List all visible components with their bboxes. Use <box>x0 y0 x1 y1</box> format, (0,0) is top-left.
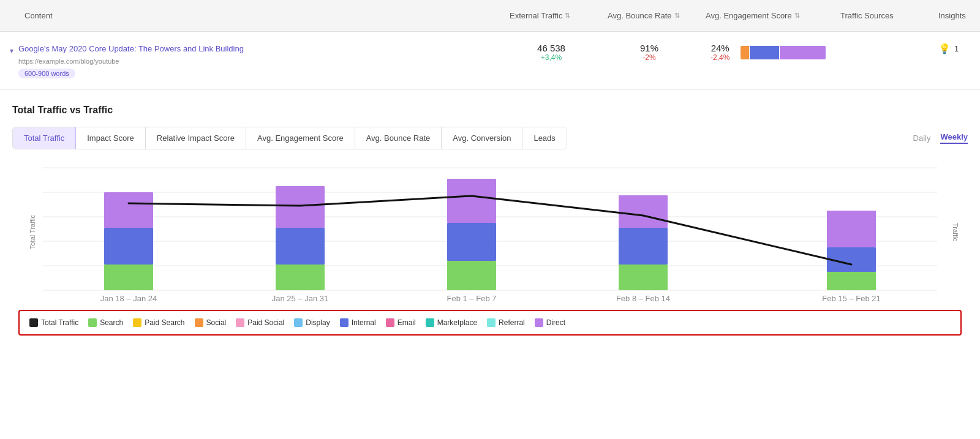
legend-item-direct: Direct <box>535 318 565 327</box>
chart-svg: 18K 15K 12K 9K 6K 16K 12K 8K 4K 0 <box>43 162 937 302</box>
legend-swatch-email <box>386 318 394 327</box>
svg-rect-18 <box>104 192 153 228</box>
th-engagement[interactable]: Avg. Engagement Score ⇅ <box>698 0 833 31</box>
svg-rect-16 <box>104 265 153 290</box>
sort-icon: ⇅ <box>794 12 800 20</box>
period-weekly[interactable]: Weekly <box>940 132 968 144</box>
table-row: ▾ Google's May 2020 Core Update: The Pow… <box>0 32 980 90</box>
th-external-traffic[interactable]: External Traffic ⇅ <box>502 0 600 31</box>
table-header: Content External Traffic ⇅ Avg. Bounce R… <box>0 0 980 32</box>
legend-item-display: Display <box>294 318 330 327</box>
legend-swatch-paid-search <box>133 318 141 327</box>
traffic-bar <box>741 46 826 59</box>
svg-rect-19 <box>276 265 325 290</box>
svg-rect-26 <box>619 228 668 265</box>
th-insights: Insights <box>931 0 980 31</box>
legend-item-internal: Internal <box>340 318 376 327</box>
tab-engagement-score[interactable]: Avg. Engagement Score <box>246 127 355 149</box>
chart-title: Total Traffic vs Traffic <box>12 105 968 116</box>
chart-section: Total Traffic vs Traffic Total Traffic I… <box>0 90 980 336</box>
y-axis-right-label: Traffic <box>952 223 959 241</box>
insights-count: 1 <box>954 44 959 53</box>
traffic-change: +3,4% <box>510 53 593 62</box>
content-url: https://example.com/blog/youtube <box>18 58 244 65</box>
svg-rect-21 <box>276 186 325 228</box>
legend-items: Total Traffic Search Paid Search Social … <box>29 318 951 327</box>
legend-swatch-direct <box>535 318 543 327</box>
bounce-change: -2% <box>608 53 691 62</box>
svg-rect-22 <box>447 261 496 290</box>
tab-conversion[interactable]: Avg. Conversion <box>442 127 522 149</box>
svg-rect-23 <box>447 223 496 261</box>
engagement-cell: 24% -2,4% <box>698 38 833 67</box>
legend-swatch-referral <box>487 318 496 327</box>
svg-text:Jan 25 – Jan 31: Jan 25 – Jan 31 <box>272 294 329 302</box>
svg-text:Feb 15 – Feb 21: Feb 15 – Feb 21 <box>822 294 880 302</box>
tab-relative-impact[interactable]: Relative Impact Score <box>146 127 246 149</box>
content-title[interactable]: Google's May 2020 Core Update: The Power… <box>18 43 244 55</box>
svg-rect-28 <box>827 272 876 290</box>
legend-swatch-total-traffic <box>29 318 38 327</box>
engagement-change: -2,4% <box>710 53 729 62</box>
period-daily[interactable]: Daily <box>913 133 931 143</box>
legend-swatch-display <box>294 318 303 327</box>
svg-text:Jan 18 – Jan 24: Jan 18 – Jan 24 <box>100 294 157 302</box>
svg-rect-27 <box>619 195 668 228</box>
svg-text:Feb 8 – Feb 14: Feb 8 – Feb 14 <box>616 294 670 302</box>
chart-container: Total Traffic Traffic 18K 15K 12K 9K 6K … <box>43 162 937 302</box>
legend-item-email: Email <box>386 318 416 327</box>
legend-item-total-traffic: Total Traffic <box>29 318 78 327</box>
sort-icon: ⇅ <box>565 12 570 20</box>
legend-item-social: Social <box>195 318 227 327</box>
svg-rect-25 <box>619 265 668 290</box>
y-axis-left-label: Total Traffic <box>29 214 36 249</box>
svg-rect-20 <box>276 228 325 265</box>
sort-icon: ⇅ <box>674 12 680 20</box>
svg-text:Feb 1 – Feb 7: Feb 1 – Feb 7 <box>447 294 497 302</box>
content-badge: 600-900 words <box>18 69 75 78</box>
svg-rect-24 <box>447 179 496 223</box>
content-cell: Google's May 2020 Core Update: The Power… <box>18 38 251 83</box>
tab-leads[interactable]: Leads <box>522 127 566 149</box>
legend-swatch-social <box>195 318 203 327</box>
period-selector: Daily Weekly <box>913 132 968 144</box>
external-traffic-value: 46 538 <box>510 43 593 53</box>
svg-rect-17 <box>104 228 153 265</box>
th-bounce-rate[interactable]: Avg. Bounce Rate ⇅ <box>600 0 698 31</box>
engagement-value: 24% <box>710 43 729 53</box>
bulb-icon: 💡 <box>938 43 951 54</box>
legend-swatch-paid-social <box>236 318 244 327</box>
tab-bounce-rate[interactable]: Avg. Bounce Rate <box>355 127 442 149</box>
tab-impact-score[interactable]: Impact Score <box>76 127 146 149</box>
legend-item-search: Search <box>88 318 123 327</box>
th-traffic-sources: Traffic Sources <box>833 0 931 31</box>
bounce-rate-value: 91% <box>608 43 691 53</box>
insights-cell: 💡 1 <box>931 38 980 59</box>
bounce-rate-cell: 91% -2% <box>600 38 698 67</box>
traffic-sources-cell <box>833 38 931 48</box>
external-traffic-cell: 46 538 +3,4% <box>502 38 600 67</box>
legend-item-referral: Referral <box>487 318 525 327</box>
th-content: Content <box>0 0 502 31</box>
tabs-row: Total Traffic Impact Score Relative Impa… <box>12 127 968 149</box>
row-toggle[interactable]: ▾ <box>5 47 18 55</box>
legend-item-marketplace: Marketplace <box>426 318 477 327</box>
legend-item-paid-social: Paid Social <box>236 318 284 327</box>
legend-item-paid-search: Paid Search <box>133 318 184 327</box>
legend-swatch-internal <box>340 318 349 327</box>
tab-total-traffic[interactable]: Total Traffic <box>13 127 76 149</box>
legend-swatch-marketplace <box>426 318 434 327</box>
legend-wrapper: Total Traffic Search Paid Search Social … <box>18 310 962 336</box>
tabs-left: Total Traffic Impact Score Relative Impa… <box>12 127 567 149</box>
legend-swatch-search <box>88 318 97 327</box>
svg-rect-30 <box>827 211 876 247</box>
